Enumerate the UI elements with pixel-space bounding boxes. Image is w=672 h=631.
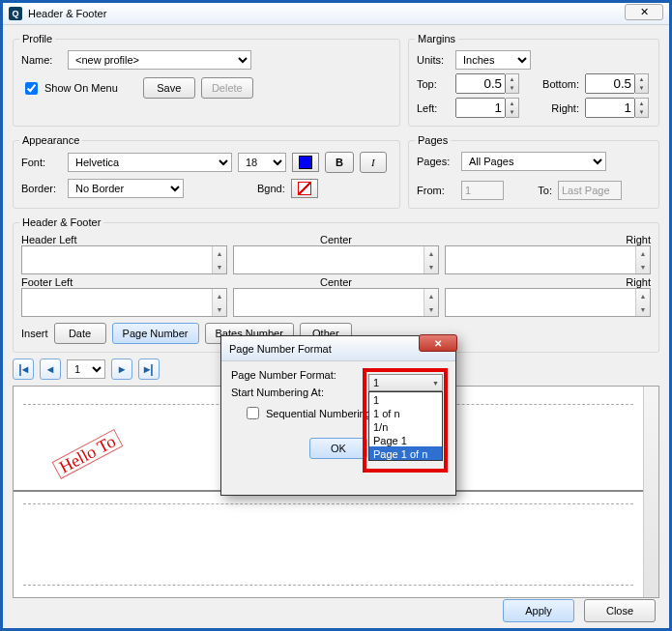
save-button[interactable]: Save — [143, 77, 195, 99]
insert-page-number-button[interactable]: Page Number — [112, 323, 199, 344]
footer-left-label: Footer Left — [21, 276, 227, 288]
footer-center-label: Center — [233, 276, 439, 288]
hf-legend: Header & Footer — [19, 216, 103, 228]
titlebar: Q Header & Footer ✕ — [3, 3, 669, 25]
bgnd-swatch[interactable] — [291, 179, 318, 198]
margins-group: Margins Units: Inches Top: ▲▼ Bottom: ▲▼… — [408, 33, 659, 127]
profile-legend: Profile — [19, 33, 55, 44]
margin-right-label: Right: — [537, 102, 579, 114]
bgnd-label: Bgnd: — [257, 183, 285, 194]
app-icon: Q — [9, 7, 22, 20]
units-select[interactable]: Inches — [455, 50, 531, 70]
pages-label: Pages: — [417, 156, 455, 167]
from-input — [461, 181, 504, 200]
margin-left-label: Left: — [417, 102, 450, 114]
insert-date-button[interactable]: Date — [54, 323, 106, 344]
margin-bottom-label: Bottom: — [537, 78, 579, 90]
format-option[interactable]: Page 1 — [369, 433, 442, 446]
close-button[interactable]: Close — [584, 599, 656, 622]
margin-top-label: Top: — [417, 78, 450, 90]
to-input — [558, 181, 622, 200]
format-label: Page Number Format: — [231, 369, 355, 381]
header-center-input[interactable]: ▲▼ — [233, 245, 439, 274]
margin-left-input[interactable]: ▲▼ — [455, 98, 519, 118]
header-right-label: Right — [445, 234, 651, 245]
nav-first-button[interactable]: |◂ — [13, 359, 34, 380]
margin-top-input[interactable]: ▲▼ — [455, 73, 519, 94]
header-center-label: Center — [233, 234, 439, 245]
header-left-input[interactable]: ▲▼ — [21, 245, 227, 274]
appearance-legend: Appearance — [19, 134, 82, 146]
profile-group: Profile Name: <new profile> Show On Menu… — [13, 33, 400, 127]
sequential-numbering-checkbox[interactable]: Sequential Numbering — [243, 404, 371, 422]
italic-button[interactable]: I — [360, 152, 387, 173]
nav-last-button[interactable]: ▸| — [138, 359, 160, 380]
border-label: Border: — [21, 183, 62, 194]
dialog-title: Page Number Format — [229, 343, 332, 355]
format-option[interactable]: 1 of n — [369, 406, 442, 419]
margins-legend: Margins — [415, 33, 458, 44]
start-numbering-label: Start Numbering At: — [231, 387, 355, 398]
header-footer-window: Q Header & Footer ✕ Profile Name: <new p… — [0, 0, 672, 631]
dialog-ok-button[interactable]: OK — [309, 438, 367, 459]
units-label: Units: — [417, 54, 450, 66]
show-on-menu-input[interactable] — [25, 82, 38, 95]
margin-right-input[interactable]: ▲▼ — [585, 98, 649, 118]
from-label: From: — [417, 185, 455, 196]
appearance-group: Appearance Font: Helvetica 18 B I Border… — [13, 134, 400, 209]
preview-scrollbar[interactable] — [643, 387, 658, 597]
bold-button[interactable]: B — [325, 152, 354, 173]
font-label: Font: — [21, 157, 62, 168]
to-label: To: — [529, 185, 552, 196]
format-option[interactable]: Page 1 of n — [369, 446, 442, 460]
nav-page-select[interactable]: 1 — [67, 359, 105, 379]
nav-prev-button[interactable]: ◂ — [40, 359, 61, 380]
pages-legend: Pages — [415, 134, 451, 146]
page-number-format-dropdown[interactable]: 1 11 of n1/nPage 1Page 1 of n — [368, 374, 443, 461]
window-close-button[interactable]: ✕ — [625, 4, 663, 20]
format-option[interactable]: 1/n — [369, 419, 442, 433]
font-select[interactable]: Helvetica — [68, 153, 232, 172]
delete-button: Delete — [201, 77, 253, 99]
format-option[interactable]: 1 — [369, 392, 442, 406]
pages-range-select[interactable]: All Pages — [461, 152, 606, 171]
font-color-swatch[interactable] — [292, 153, 319, 172]
footer-right-label: Right — [445, 276, 651, 288]
footer-right-input[interactable]: ▲▼ — [445, 288, 651, 317]
preview-watermark: Hello To — [52, 429, 124, 479]
apply-button[interactable]: Apply — [503, 599, 574, 622]
header-footer-group: Header & Footer Header LeftCenterRight ▲… — [13, 216, 659, 353]
window-title: Header & Footer — [28, 8, 106, 19]
footer-center-input[interactable]: ▲▼ — [233, 288, 439, 317]
border-select[interactable]: No Border — [68, 179, 184, 198]
profile-name-select[interactable]: <new profile> — [68, 50, 251, 70]
nav-next-button[interactable]: ▸ — [111, 359, 132, 380]
margin-bottom-input[interactable]: ▲▼ — [585, 73, 649, 94]
footer-left-input[interactable]: ▲▼ — [21, 288, 227, 317]
header-left-label: Header Left — [21, 234, 227, 245]
show-on-menu-checkbox[interactable]: Show On Menu — [21, 79, 118, 98]
font-size-select[interactable]: 18 — [238, 153, 286, 172]
format-selected[interactable]: 1 — [368, 374, 443, 391]
dialog-close-button[interactable]: ✕ — [419, 334, 457, 352]
name-label: Name: — [21, 54, 62, 66]
header-right-input[interactable]: ▲▼ — [445, 245, 651, 274]
pages-group: Pages Pages: All Pages From: To: — [408, 134, 659, 209]
insert-label: Insert — [21, 328, 48, 339]
